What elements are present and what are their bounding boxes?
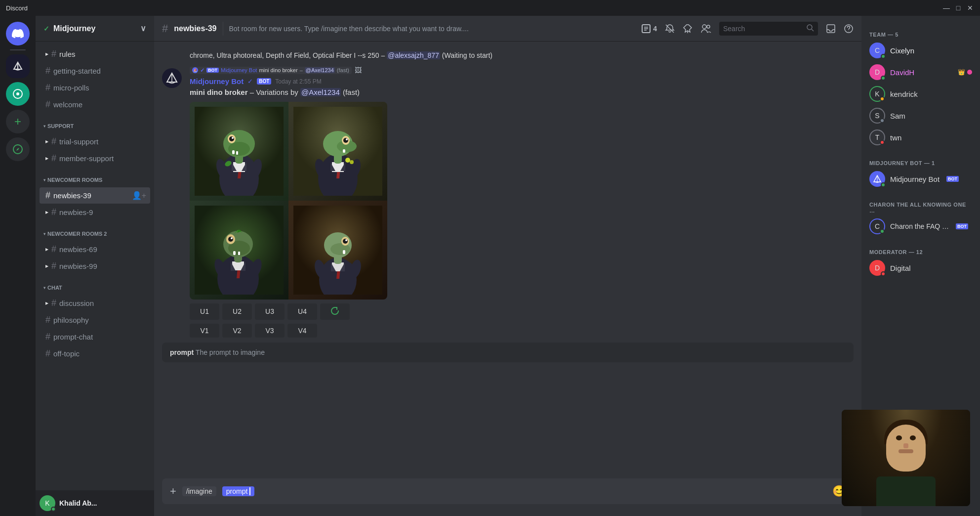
- current-user-name: Khalid Ab...: [59, 499, 97, 507]
- category-collapse-icon: ▾: [43, 232, 45, 236]
- category-name-label: CHAT: [47, 285, 62, 291]
- svg-point-16: [849, 31, 849, 31]
- image-cell-3[interactable]: [190, 201, 288, 300]
- crown-icon: 👑: [958, 69, 965, 76]
- svg-rect-65: [233, 251, 236, 255]
- webcam-content: [842, 410, 970, 506]
- status-indicator-dnd: [881, 271, 886, 276]
- member-category-charon-header: CHARON THE ALL KNOWING ONE …: [865, 194, 976, 215]
- webcam-left-eye: [896, 435, 902, 440]
- image-cell-2[interactable]: [288, 102, 387, 201]
- server-dropdown-icon: ∨: [140, 24, 146, 33]
- category-support-header[interactable]: ▾ SUPPORT: [40, 121, 150, 131]
- svg-point-63: [228, 237, 233, 242]
- svg-line-13: [812, 29, 814, 31]
- channel-item-discussion[interactable]: ▶ # discussion: [40, 295, 150, 311]
- add-user-icon[interactable]: 👤+: [132, 191, 146, 200]
- server-icon-discord[interactable]: [6, 22, 30, 45]
- server-icon-midjourney[interactable]: [6, 54, 30, 78]
- member-item-digital[interactable]: D Digital: [865, 257, 976, 279]
- member-item-cixelyn[interactable]: C Cixelyn: [865, 40, 976, 61]
- member-item-twn[interactable]: T twn: [865, 127, 976, 148]
- server-name-header[interactable]: ✓ Midjourney ∨: [36, 16, 154, 42]
- context-image-icon[interactable]: 🖼: [355, 66, 362, 74]
- threads-button[interactable]: 4: [641, 24, 657, 34]
- close-button[interactable]: ✕: [966, 4, 974, 12]
- add-server-button[interactable]: +: [6, 110, 30, 133]
- channel-sidebar: ✓ Midjourney ∨ ▶ # rules # getting-start…: [36, 16, 154, 516]
- search-icon: [806, 24, 814, 34]
- member-item-kendrick[interactable]: K kendrick: [865, 83, 976, 105]
- svg-point-25: [228, 142, 250, 156]
- category-chat-header[interactable]: ▾ CHAT: [40, 283, 150, 293]
- server-icon-openai[interactable]: [6, 82, 30, 106]
- upscale-2-button[interactable]: U2: [222, 303, 252, 320]
- members-button[interactable]: [700, 24, 711, 34]
- channel-item-philosophy[interactable]: # philosophy: [40, 312, 150, 328]
- member-category-team: TEAM — 5 C Cixelyn D DavidH 👑: [865, 24, 976, 148]
- channel-item-newbies-39[interactable]: # newbies-39 👤+: [40, 187, 150, 204]
- channel-item-newbies-9[interactable]: ▶ # newbies-9: [40, 204, 150, 220]
- help-button[interactable]: [844, 24, 854, 34]
- channel-item-prompt-chat[interactable]: # prompt-chat: [40, 329, 150, 345]
- variation-1-button[interactable]: V1: [190, 324, 219, 338]
- channel-name-label: newbies-9: [59, 208, 93, 216]
- channel-item-member-support[interactable]: ▶ # member-support: [40, 150, 150, 167]
- member-avatar-davidh: D: [869, 64, 885, 80]
- channel-item-newbies-99[interactable]: ▶ # newbies-99: [40, 258, 150, 274]
- maximize-button[interactable]: □: [954, 4, 962, 12]
- category-newcomer-rooms-header[interactable]: ▾ NEWCOMER ROOMS: [40, 175, 150, 185]
- channel-hash-icon: #: [51, 244, 56, 255]
- channel-hash-icon: #: [45, 83, 50, 93]
- command-tag: /imagine: [182, 486, 216, 496]
- image-cell-1[interactable]: [190, 102, 288, 201]
- variation-4-button[interactable]: V4: [287, 324, 317, 338]
- status-indicator-idle: [880, 96, 885, 101]
- minimize-button[interactable]: —: [942, 4, 950, 12]
- dino-image-2: [293, 107, 382, 196]
- member-item-davidh[interactable]: D DavidH 👑: [865, 61, 976, 83]
- member-item-mj-bot[interactable]: Midjourney Bot BOT: [865, 168, 976, 190]
- variation-2-button[interactable]: V2: [222, 324, 252, 338]
- refresh-icon: [330, 306, 339, 315]
- refresh-button[interactable]: [320, 303, 350, 320]
- context-mention: @Axel1234: [305, 67, 335, 73]
- channel-collapse-icon: ▶: [45, 52, 48, 56]
- channel-item-off-topic[interactable]: # off-topic: [40, 345, 150, 362]
- channel-item-newbies-69[interactable]: ▶ # newbies-69: [40, 241, 150, 258]
- variation-3-button[interactable]: V3: [255, 324, 285, 338]
- search-bar[interactable]: Search: [719, 22, 818, 36]
- messages-area: chrome, Ultra photoreal, Depth of Field,…: [154, 42, 861, 467]
- server-name-label: Midjourney: [53, 24, 95, 33]
- member-item-charon[interactable]: C Charon the FAQ … BOT: [865, 215, 976, 237]
- status-indicator-online: [880, 229, 885, 234]
- members-icon: [700, 24, 711, 34]
- channel-item-getting-started[interactable]: # getting-started: [40, 63, 150, 79]
- channel-item-welcome[interactable]: # welcome: [40, 96, 150, 113]
- category-collapse-icon: ▾: [43, 286, 45, 290]
- upscale-3-button[interactable]: U3: [255, 303, 285, 320]
- image-cell-4[interactable]: [288, 201, 387, 300]
- message-input-box[interactable]: + /imagine prompt 😊: [162, 478, 854, 504]
- category-newcomer-rooms-2-header[interactable]: ▾ NEWCOMER ROOMS 2: [40, 229, 150, 239]
- attach-icon[interactable]: +: [170, 485, 176, 498]
- member-category-mj-bot: MIDJOURNEY BOT — 1 Midjourney Bot BOT: [865, 152, 976, 190]
- prompt-input-field[interactable]: prompt: [222, 486, 255, 496]
- member-name-charon: Charon the FAQ …: [890, 222, 949, 230]
- upscale-4-button[interactable]: U4: [287, 303, 317, 320]
- inbox-button[interactable]: [826, 24, 836, 34]
- channel-item-rules[interactable]: ▶ # rules: [40, 46, 150, 62]
- svg-point-12: [807, 25, 812, 30]
- svg-point-45: [343, 138, 348, 143]
- upscale-1-button[interactable]: U1: [190, 303, 219, 320]
- header-icons: 4: [641, 22, 854, 36]
- member-name-kendrick: kendrick: [890, 90, 918, 98]
- member-item-sam[interactable]: S Sam: [865, 105, 976, 127]
- svg-point-2: [16, 92, 19, 95]
- channel-item-trial-support[interactable]: ▶ # trial-support: [40, 133, 150, 150]
- pin-button[interactable]: [683, 24, 693, 34]
- mute-button[interactable]: [665, 24, 675, 34]
- channel-item-micro-polls[interactable]: # micro-polls: [40, 80, 150, 96]
- window-controls: — □ ✕: [942, 4, 974, 12]
- explore-servers-button[interactable]: [6, 137, 30, 161]
